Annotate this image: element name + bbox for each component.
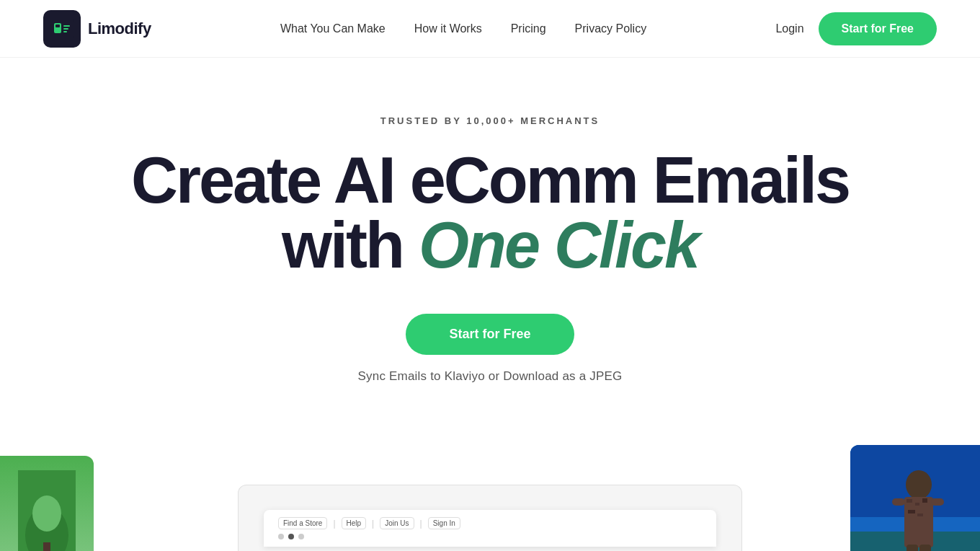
hero-cta-container: Start for Free Sync Emails to Klaviyo or…	[358, 314, 623, 384]
mockup-nav-join-us: Join Us	[380, 517, 414, 529]
svg-rect-22	[906, 545, 918, 551]
svg-rect-20	[892, 498, 905, 506]
hero-title-line2: with One Click	[282, 213, 698, 278]
svg-rect-4	[63, 28, 68, 30]
preview-left-image	[0, 456, 94, 551]
nav-login[interactable]: Login	[775, 22, 803, 35]
svg-rect-9	[43, 542, 50, 551]
logo-link[interactable]: Limodify	[43, 10, 151, 48]
nav-right: Login Start for Free	[775, 12, 937, 45]
preview-left-tile	[0, 456, 94, 551]
mockup-navbar: Find a Store | Help | Join Us | Sign In	[278, 517, 702, 529]
svg-point-8	[32, 495, 61, 532]
nav-privacy-policy[interactable]: Privacy Policy	[575, 22, 647, 35]
hero-subtext: Sync Emails to Klaviyo or Download as a …	[358, 369, 623, 384]
preview-right-image	[850, 445, 980, 551]
center-mockup: Find a Store | Help | Join Us | Sign In	[264, 510, 716, 547]
nav-start-free-button[interactable]: Start for Free	[819, 12, 937, 45]
svg-rect-2	[55, 25, 60, 27]
hero-one-click-text: One Click	[419, 209, 698, 281]
svg-rect-0	[50, 17, 74, 41]
nav-how-it-works[interactable]: How it Works	[414, 22, 482, 35]
svg-rect-23	[919, 545, 931, 551]
svg-rect-17	[922, 498, 927, 503]
hero-section: TRUSTED BY 10,000+ MERCHANTS Create AI e…	[0, 58, 980, 413]
mockup-nav-help: Help	[342, 517, 367, 529]
svg-rect-21	[931, 498, 944, 506]
svg-rect-15	[906, 499, 912, 503]
bottom-preview: Find a Store | Help | Join Us | Sign In	[0, 427, 980, 551]
mockup-nav-find-store: Find a Store	[278, 517, 327, 529]
trusted-badge: TRUSTED BY 10,000+ MERCHANTS	[380, 115, 600, 126]
nav-links: What You Can Make How it Works Pricing P…	[280, 22, 646, 35]
nav-pricing[interactable]: Pricing	[511, 22, 546, 35]
hero-with-text: with	[282, 209, 419, 281]
svg-rect-5	[63, 31, 67, 32]
logo-text: Limodify	[88, 19, 151, 38]
logo-icon	[43, 10, 81, 48]
mockup-nav-sign-in: Sign In	[428, 517, 460, 529]
svg-rect-18	[908, 510, 915, 513]
hero-start-free-button[interactable]: Start for Free	[406, 314, 574, 355]
hero-title-line1: Create AI eComm Emails	[131, 148, 849, 213]
svg-rect-16	[915, 503, 919, 506]
preview-center-tile: Find a Store | Help | Join Us | Sign In	[238, 485, 742, 551]
dot-3	[298, 534, 304, 539]
mockup-dots	[278, 534, 702, 539]
preview-right-tile	[850, 445, 980, 551]
navbar: Limodify What You Can Make How it Works …	[0, 0, 980, 58]
dot-1	[278, 534, 284, 539]
svg-rect-19	[917, 513, 923, 516]
nav-what-you-can-make[interactable]: What You Can Make	[280, 22, 386, 35]
svg-point-13	[906, 470, 932, 499]
svg-rect-3	[63, 25, 70, 27]
dot-2	[288, 534, 294, 539]
